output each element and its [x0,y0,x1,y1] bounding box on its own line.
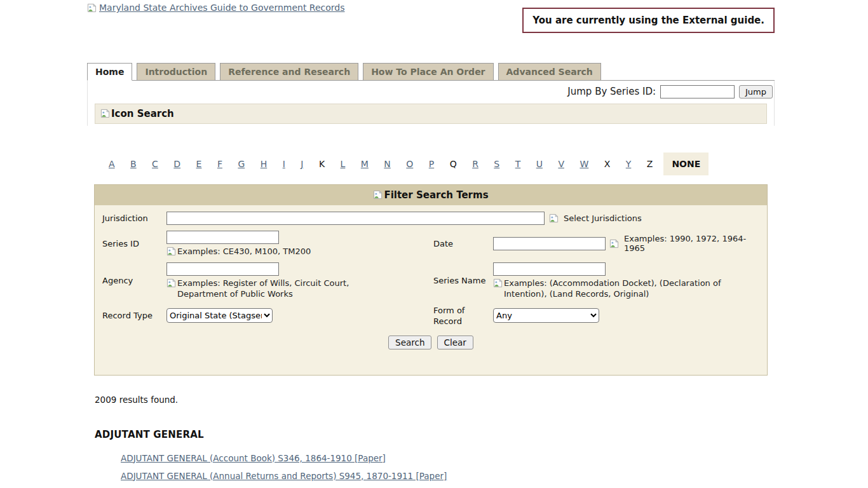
date-examples-text: Examples: 1990, 1972, 1964-1965 [624,234,759,253]
series-name-cell: Examples: (Accommodation Docket), (Decla… [493,262,759,299]
search-button[interactable]: Search [388,336,431,349]
tab[interactable]: How To Place An Order [363,63,493,80]
filter-search-panel: Filter Search Terms Jurisdiction Select … [94,184,768,376]
agency-examples: Examples: Register of Wills, Circuit Cou… [166,278,428,299]
series-id-input[interactable] [166,231,279,244]
results-list: ADJUTANT GENERAL (Account Book) S346, 18… [121,453,775,488]
filter-panel-title: Filter Search Terms [384,189,488,201]
form-of-record-select[interactable]: Any [493,308,599,323]
agency-cell: Examples: Register of Wills, Circuit Cou… [166,262,428,299]
record-type-select[interactable]: Original State (Stagser) [166,308,273,323]
series-id-examples: Examples: CE430, M100, TM200 [166,246,428,257]
alphabet-letter[interactable]: G [238,159,245,169]
form-of-record-cell: Any [493,308,759,323]
jurisdiction-input[interactable] [166,212,545,225]
result-link[interactable]: ADJUTANT GENERAL (Annual Returns and Rep… [121,471,447,481]
external-guide-notice: You are currently using the External gui… [522,8,775,33]
alphabet-letter[interactable]: A [109,159,115,169]
alphabet-letter[interactable]: L [341,159,346,169]
tab[interactable]: Home [87,63,132,81]
jump-button[interactable]: Jump [739,85,773,98]
icon-search-bar[interactable]: Icon Search [95,104,767,124]
broken-image-icon [100,109,110,118]
alphabet-letter[interactable]: F [217,159,222,169]
agency-examples-text: Examples: Register of Wills, Circuit Cou… [177,278,397,299]
agency-label: Agency [102,275,161,286]
alphabet-letter[interactable]: W [580,159,588,169]
tab[interactable]: Advanced Search [498,63,601,80]
alphabet-letter[interactable]: R [472,159,478,169]
filter-buttons-row: Search Clear [102,336,759,349]
tab[interactable]: Reference and Research [220,63,358,80]
alphabet-letter[interactable]: J [301,159,303,169]
page-container: Maryland State Archives Guide to Governm… [87,0,775,488]
alphabet-letter[interactable]: D [173,159,180,169]
alphabet-letter[interactable]: X [604,159,611,169]
series-id-label: Series ID [102,238,161,249]
alphabet-letter[interactable]: Q [450,159,457,169]
notice-text: You are currently using the External gui… [532,15,764,26]
result-item: ADJUTANT GENERAL (Annual Returns and Rep… [121,471,775,482]
site-title: Maryland State Archives Guide to Governm… [99,3,345,13]
record-type-label: Record Type [102,310,161,321]
filter-form: Jurisdiction Select Jurisdictions Series… [102,212,759,327]
alphabet-letter[interactable]: O [406,159,413,169]
jurisdiction-label: Jurisdiction [102,213,161,224]
broken-image-icon [609,239,619,248]
series-name-input[interactable] [493,262,606,276]
alphabet-letter[interactable]: H [261,159,268,169]
broken-image-icon [493,278,503,288]
tab[interactable]: Introduction [137,63,215,80]
date-cell: Examples: 1990, 1972, 1964-1965 [493,234,759,253]
alphabet-none-button[interactable]: NONE [663,152,709,175]
broken-image-icon [549,214,559,223]
jump-by-series-row: Jump By Series ID: Jump [88,81,774,102]
jump-label: Jump By Series ID: [567,86,656,97]
filter-panel-header: Filter Search Terms [95,185,767,205]
broken-image-icon [166,247,176,256]
record-type-cell: Original State (Stagser) [166,308,428,323]
broken-image-icon [373,190,383,200]
result-item: ADJUTANT GENERAL (Account Book) S346, 18… [121,453,775,464]
result-link[interactable]: ADJUTANT GENERAL (Account Book) S346, 18… [121,453,386,463]
alphabet-nav: A B C D E F G H I J K L [102,152,775,175]
filter-panel-body: Jurisdiction Select Jurisdictions Series… [95,205,767,375]
alphabet-letter[interactable]: E [196,159,202,169]
alphabet-letter[interactable]: S [494,159,499,169]
tab-panel: Jump By Series ID: Jump Icon Search [87,81,775,126]
icon-search-label: Icon Search [111,108,174,119]
alphabet-letter[interactable]: N [384,159,390,169]
date-examples: Examples: 1990, 1972, 1964-1965 [609,234,759,253]
alphabet-letter[interactable]: Z [647,159,653,169]
site-title-link[interactable]: Maryland State Archives Guide to Governm… [87,3,345,13]
broken-image-icon [87,3,97,13]
alphabet-letter[interactable]: U [536,159,543,169]
alphabet-letter[interactable]: P [429,159,434,169]
alphabet-letter[interactable]: M [361,159,369,169]
alphabet-letter[interactable]: K [319,159,325,169]
results-group-heading: ADJUTANT GENERAL [95,429,775,440]
alphabet-letters: A B C D E F G H I J K L [102,159,659,169]
alphabet-letter[interactable]: I [283,159,285,169]
series-id-cell: Examples: CE430, M100, TM200 [166,231,428,257]
tab-bar: Home Introduction Reference and Research… [87,63,775,81]
series-name-examples: Examples: (Accommodation Docket), (Decla… [493,278,759,299]
clear-button[interactable]: Clear [437,336,473,349]
date-input[interactable] [493,237,606,250]
broken-image-icon [166,278,176,288]
jump-series-id-input[interactable] [660,85,735,98]
series-name-label: Series Name [433,275,488,286]
select-jurisdictions-label: Select Jurisdictions [564,214,642,223]
alphabet-letter[interactable]: V [558,159,564,169]
alphabet-letter[interactable]: T [515,159,521,169]
alphabet-letter[interactable]: B [130,159,137,169]
form-of-record-label: Form of Record [433,305,488,327]
series-name-examples-text: Examples: (Accommodation Docket), (Decla… [504,278,758,299]
results-count: 2009 results found. [95,395,775,405]
alphabet-letter[interactable]: C [152,159,158,169]
agency-input[interactable] [166,262,279,276]
date-label: Date [433,238,488,249]
alphabet-letter[interactable]: Y [626,159,632,169]
series-id-examples-text: Examples: CE430, M100, TM200 [177,246,311,257]
select-jurisdictions-link[interactable]: Select Jurisdictions [549,214,642,223]
